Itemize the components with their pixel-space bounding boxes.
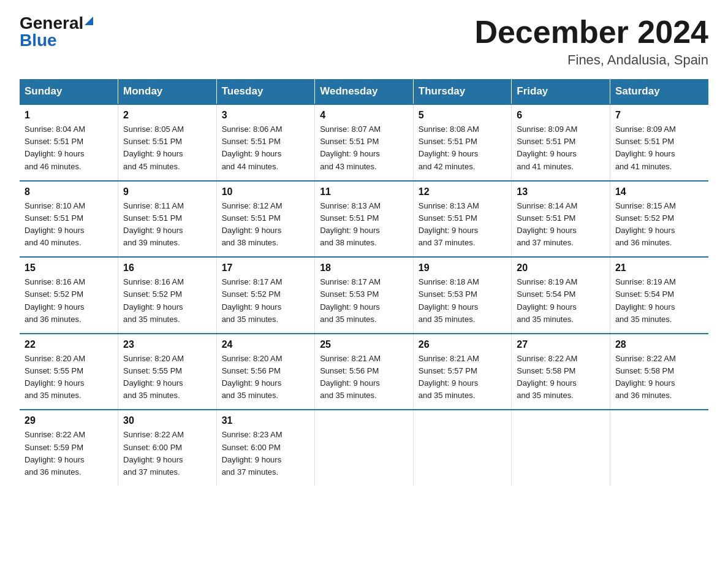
location-text: Fines, Andalusia, Spain (474, 52, 708, 68)
day-number: 26 (419, 339, 507, 350)
col-monday: Monday (118, 79, 217, 104)
day-info: Sunrise: 8:15 AM Sunset: 5:52 PM Dayligh… (615, 200, 703, 250)
table-row: 2 Sunrise: 8:05 AM Sunset: 5:51 PM Dayli… (118, 104, 217, 181)
day-info: Sunrise: 8:13 AM Sunset: 5:51 PM Dayligh… (320, 200, 408, 250)
table-row: 10 Sunrise: 8:12 AM Sunset: 5:51 PM Dayl… (216, 181, 315, 258)
calendar-week-row: 29 Sunrise: 8:22 AM Sunset: 5:59 PM Dayl… (20, 410, 708, 486)
col-sunday: Sunday (20, 79, 118, 104)
table-row: 25 Sunrise: 8:21 AM Sunset: 5:56 PM Dayl… (315, 334, 414, 410)
day-number: 19 (419, 262, 507, 274)
day-number: 13 (517, 186, 605, 197)
day-info: Sunrise: 8:21 AM Sunset: 5:57 PM Dayligh… (419, 353, 507, 402)
table-row (315, 410, 414, 486)
day-number: 14 (615, 186, 703, 197)
day-info: Sunrise: 8:22 AM Sunset: 5:58 PM Dayligh… (615, 353, 703, 402)
table-row: 29 Sunrise: 8:22 AM Sunset: 5:59 PM Dayl… (20, 410, 118, 486)
table-row: 14 Sunrise: 8:15 AM Sunset: 5:52 PM Dayl… (610, 181, 708, 258)
day-number: 29 (25, 415, 113, 426)
day-info: Sunrise: 8:21 AM Sunset: 5:56 PM Dayligh… (320, 353, 408, 402)
day-number: 25 (320, 339, 408, 350)
day-info: Sunrise: 8:19 AM Sunset: 5:54 PM Dayligh… (517, 276, 605, 326)
day-number: 7 (615, 110, 703, 121)
table-row: 19 Sunrise: 8:18 AM Sunset: 5:53 PM Dayl… (413, 257, 512, 334)
day-number: 8 (25, 186, 113, 197)
table-row: 20 Sunrise: 8:19 AM Sunset: 5:54 PM Dayl… (512, 257, 610, 334)
table-row (512, 410, 610, 486)
table-row (610, 410, 708, 486)
day-info: Sunrise: 8:13 AM Sunset: 5:51 PM Dayligh… (419, 200, 507, 250)
col-tuesday: Tuesday (216, 79, 315, 104)
day-number: 6 (517, 110, 605, 121)
table-row: 18 Sunrise: 8:17 AM Sunset: 5:53 PM Dayl… (315, 257, 414, 334)
day-number: 16 (123, 262, 211, 274)
day-number: 3 (222, 110, 310, 121)
calendar-table: Sunday Monday Tuesday Wednesday Thursday… (20, 79, 708, 486)
day-info: Sunrise: 8:07 AM Sunset: 5:51 PM Dayligh… (320, 123, 408, 173)
calendar-header-row: Sunday Monday Tuesday Wednesday Thursday… (20, 79, 708, 104)
day-number: 27 (517, 339, 605, 350)
day-number: 31 (222, 415, 310, 426)
day-number: 12 (419, 186, 507, 197)
table-row: 17 Sunrise: 8:17 AM Sunset: 5:52 PM Dayl… (216, 257, 315, 334)
col-wednesday: Wednesday (315, 79, 414, 104)
logo-triangle-icon (85, 17, 93, 25)
col-friday: Friday (512, 79, 610, 104)
day-info: Sunrise: 8:22 AM Sunset: 5:58 PM Dayligh… (517, 353, 605, 402)
logo-general-text: General (20, 15, 83, 32)
table-row: 6 Sunrise: 8:09 AM Sunset: 5:51 PM Dayli… (512, 104, 610, 181)
table-row: 21 Sunrise: 8:19 AM Sunset: 5:54 PM Dayl… (610, 257, 708, 334)
table-row: 24 Sunrise: 8:20 AM Sunset: 5:56 PM Dayl… (216, 334, 315, 410)
day-info: Sunrise: 8:06 AM Sunset: 5:51 PM Dayligh… (222, 123, 310, 173)
table-row: 26 Sunrise: 8:21 AM Sunset: 5:57 PM Dayl… (413, 334, 512, 410)
table-row: 22 Sunrise: 8:20 AM Sunset: 5:55 PM Dayl… (20, 334, 118, 410)
page-header: General Blue December 2024 Fines, Andalu… (20, 15, 708, 68)
day-info: Sunrise: 8:14 AM Sunset: 5:51 PM Dayligh… (517, 200, 605, 250)
day-info: Sunrise: 8:20 AM Sunset: 5:56 PM Dayligh… (222, 353, 310, 402)
day-number: 22 (25, 339, 113, 350)
day-number: 24 (222, 339, 310, 350)
day-info: Sunrise: 8:17 AM Sunset: 5:52 PM Dayligh… (222, 276, 310, 326)
day-info: Sunrise: 8:22 AM Sunset: 6:00 PM Dayligh… (123, 429, 211, 478)
table-row: 1 Sunrise: 8:04 AM Sunset: 5:51 PM Dayli… (20, 104, 118, 181)
col-thursday: Thursday (413, 79, 512, 104)
table-row: 7 Sunrise: 8:09 AM Sunset: 5:51 PM Dayli… (610, 104, 708, 181)
day-info: Sunrise: 8:19 AM Sunset: 5:54 PM Dayligh… (615, 276, 703, 326)
month-title: December 2024 (474, 15, 708, 50)
day-info: Sunrise: 8:20 AM Sunset: 5:55 PM Dayligh… (25, 353, 113, 402)
day-number: 5 (419, 110, 507, 121)
day-info: Sunrise: 8:16 AM Sunset: 5:52 PM Dayligh… (123, 276, 211, 326)
day-info: Sunrise: 8:10 AM Sunset: 5:51 PM Dayligh… (25, 200, 113, 250)
day-number: 23 (123, 339, 211, 350)
day-number: 11 (320, 186, 408, 197)
day-number: 20 (517, 262, 605, 274)
table-row: 23 Sunrise: 8:20 AM Sunset: 5:55 PM Dayl… (118, 334, 217, 410)
table-row: 28 Sunrise: 8:22 AM Sunset: 5:58 PM Dayl… (610, 334, 708, 410)
calendar-week-row: 22 Sunrise: 8:20 AM Sunset: 5:55 PM Dayl… (20, 334, 708, 410)
table-row: 12 Sunrise: 8:13 AM Sunset: 5:51 PM Dayl… (413, 181, 512, 258)
day-info: Sunrise: 8:18 AM Sunset: 5:53 PM Dayligh… (419, 276, 507, 326)
day-info: Sunrise: 8:20 AM Sunset: 5:55 PM Dayligh… (123, 353, 211, 402)
day-number: 17 (222, 262, 310, 274)
day-number: 21 (615, 262, 703, 274)
table-row: 4 Sunrise: 8:07 AM Sunset: 5:51 PM Dayli… (315, 104, 414, 181)
table-row (413, 410, 512, 486)
day-info: Sunrise: 8:05 AM Sunset: 5:51 PM Dayligh… (123, 123, 211, 173)
day-info: Sunrise: 8:11 AM Sunset: 5:51 PM Dayligh… (123, 200, 211, 250)
title-block: December 2024 Fines, Andalusia, Spain (474, 15, 708, 68)
day-number: 9 (123, 186, 211, 197)
day-info: Sunrise: 8:04 AM Sunset: 5:51 PM Dayligh… (25, 123, 113, 173)
day-info: Sunrise: 8:09 AM Sunset: 5:51 PM Dayligh… (615, 123, 703, 173)
calendar-week-row: 15 Sunrise: 8:16 AM Sunset: 5:52 PM Dayl… (20, 257, 708, 334)
table-row: 27 Sunrise: 8:22 AM Sunset: 5:58 PM Dayl… (512, 334, 610, 410)
day-info: Sunrise: 8:12 AM Sunset: 5:51 PM Dayligh… (222, 200, 310, 250)
day-number: 10 (222, 186, 310, 197)
day-info: Sunrise: 8:09 AM Sunset: 5:51 PM Dayligh… (517, 123, 605, 173)
table-row: 16 Sunrise: 8:16 AM Sunset: 5:52 PM Dayl… (118, 257, 217, 334)
table-row: 15 Sunrise: 8:16 AM Sunset: 5:52 PM Dayl… (20, 257, 118, 334)
day-number: 15 (25, 262, 113, 274)
table-row: 30 Sunrise: 8:22 AM Sunset: 6:00 PM Dayl… (118, 410, 217, 486)
table-row: 5 Sunrise: 8:08 AM Sunset: 5:51 PM Dayli… (413, 104, 512, 181)
day-info: Sunrise: 8:08 AM Sunset: 5:51 PM Dayligh… (419, 123, 507, 173)
table-row: 9 Sunrise: 8:11 AM Sunset: 5:51 PM Dayli… (118, 181, 217, 258)
day-number: 1 (25, 110, 113, 121)
